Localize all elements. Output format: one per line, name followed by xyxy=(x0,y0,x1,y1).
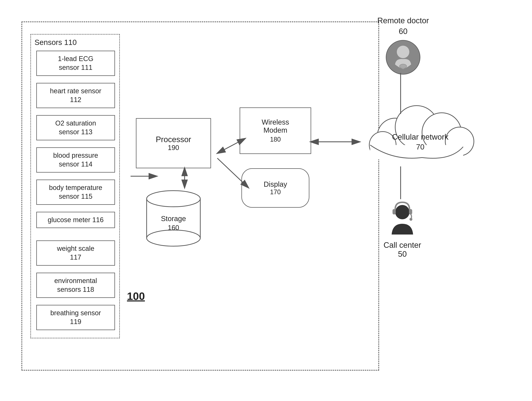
modem-id: 180 xyxy=(270,136,281,143)
display-box: Display 170 xyxy=(241,168,309,208)
svg-point-19 xyxy=(410,218,412,221)
call-center-id: 50 xyxy=(383,250,422,259)
sensor-111: 1-lead ECGsensor 111 xyxy=(36,51,115,76)
processor-label: Processor xyxy=(156,135,191,144)
sensors-group: Sensors 110 1-lead ECGsensor 111 heart r… xyxy=(30,34,120,338)
remote-doctor-label: Remote doctor xyxy=(377,16,429,25)
svg-point-16 xyxy=(395,205,410,219)
svg-point-15 xyxy=(399,64,407,68)
system-label: 100 xyxy=(127,290,145,302)
remote-doctor-area: Remote doctor 60 xyxy=(377,16,429,76)
sensor-117: weight scale117 xyxy=(36,240,115,266)
svg-text:Cellular network: Cellular network xyxy=(392,132,449,141)
sensor-113: O2 saturationsensor 113 xyxy=(36,115,115,140)
cellular-network-area: Cellular network 70 xyxy=(359,97,485,168)
storage-container: Storage 160 xyxy=(139,190,207,247)
svg-rect-17 xyxy=(393,209,396,214)
cellular-svg: Cellular network 70 xyxy=(359,97,485,168)
call-center-label: Call center xyxy=(383,241,422,250)
call-center-area: Call center 50 xyxy=(383,199,422,259)
call-center-icon xyxy=(383,199,422,238)
sensor-114: blood pressuresensor 114 xyxy=(36,147,115,173)
sensors-group-label: Sensors 110 xyxy=(35,38,77,47)
processor-id: 190 xyxy=(168,144,179,152)
display-label: Display xyxy=(264,180,287,188)
sensor-112: heart rate sensor112 xyxy=(36,83,115,108)
svg-point-1 xyxy=(147,191,200,207)
svg-point-14 xyxy=(397,46,409,58)
processor-box: Processor 190 xyxy=(136,118,211,168)
diagram-container: Sensors 110 1-lead ECGsensor 111 heart r… xyxy=(11,11,521,378)
sensor-116: glucose meter 116 xyxy=(36,212,115,228)
modem-label: WirelessModem xyxy=(262,118,289,134)
remote-doctor-id: 60 xyxy=(377,27,429,36)
sensor-115: body temperaturesensor 115 xyxy=(36,180,115,205)
svg-text:70: 70 xyxy=(416,143,424,151)
doctor-icon xyxy=(385,39,421,75)
svg-text:Storage: Storage xyxy=(161,215,186,222)
svg-point-2 xyxy=(147,230,200,246)
storage-svg: Storage 160 xyxy=(139,190,207,247)
svg-text:160: 160 xyxy=(168,224,179,232)
display-id: 170 xyxy=(270,188,281,196)
sensor-118: environmentalsensors 118 xyxy=(36,273,115,298)
sensor-119: breathing sensor119 xyxy=(36,305,115,330)
modem-box: WirelessModem 180 xyxy=(240,107,311,154)
